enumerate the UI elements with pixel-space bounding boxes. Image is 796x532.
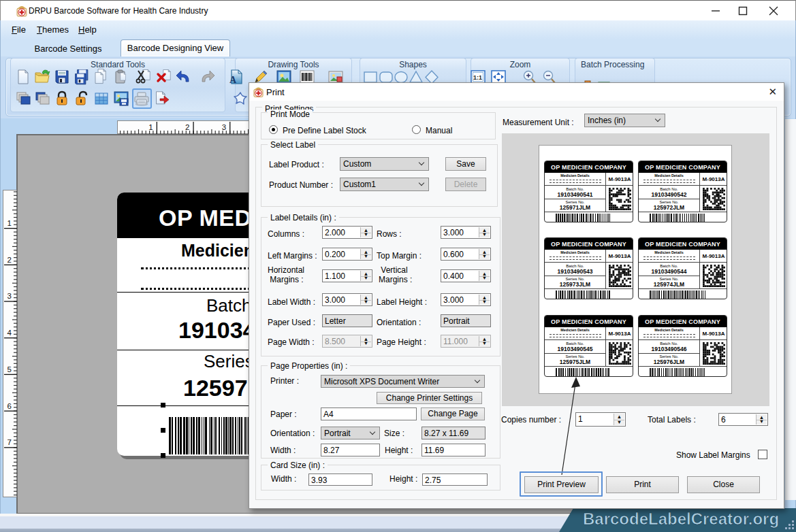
svg-text:BarcodeLabelCreator.org: BarcodeLabelCreator.org <box>583 510 779 528</box>
svg-text:5: 5 <box>7 365 12 373</box>
svg-text:2: 2 <box>7 256 12 264</box>
svg-text:3: 3 <box>7 292 12 300</box>
svg-text:6: 6 <box>7 402 12 410</box>
svg-text:2: 2 <box>185 123 189 131</box>
svg-text:1:1: 1:1 <box>473 74 482 81</box>
svg-text:1: 1 <box>7 219 12 227</box>
svg-text:1: 1 <box>148 123 153 131</box>
svg-text:7: 7 <box>7 438 12 446</box>
svg-text:A: A <box>229 75 237 85</box>
svg-text:3: 3 <box>222 123 226 131</box>
svg-text:4: 4 <box>7 329 12 337</box>
